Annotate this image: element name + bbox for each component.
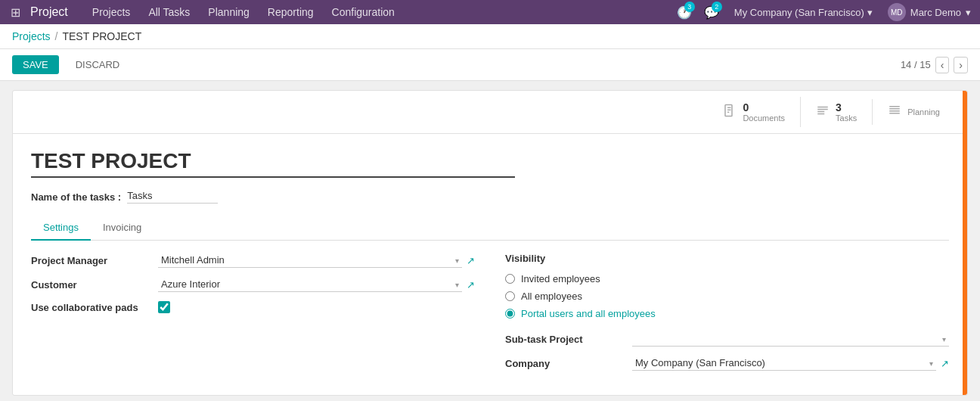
subtask-project-select[interactable]: [632, 331, 949, 347]
message-badge: 2: [712, 2, 722, 12]
subtask-project-value: ▾: [632, 331, 949, 347]
nav-all-tasks[interactable]: All Tasks: [139, 0, 199, 24]
project-card: 0 Documents 3 Tasks: [12, 90, 968, 396]
activity-badge: 3: [684, 2, 695, 12]
save-button[interactable]: SAVE: [12, 55, 59, 74]
breadcrumb-current: TEST PROJECT: [62, 30, 141, 42]
project-manager-external-link-icon[interactable]: ↗: [467, 255, 475, 266]
stat-tasks-label: Tasks: [836, 113, 857, 123]
visibility-portal[interactable]: Portal users and all employees: [505, 308, 949, 319]
subtask-project-select-wrapper: ▾: [632, 331, 949, 347]
nav-configuration[interactable]: Configuration: [323, 0, 404, 24]
visibility-invited[interactable]: Invited employees: [505, 273, 949, 284]
stat-planning[interactable]: Planning: [872, 99, 955, 125]
right-column: Visibility Invited employees All employe…: [505, 253, 949, 380]
visibility-all[interactable]: All employees: [505, 291, 949, 302]
company-value: My Company (San Francisco) ▾ ↗: [632, 356, 949, 371]
name-of-tasks-value[interactable]: Tasks: [127, 190, 218, 204]
breadcrumb-separator: /: [55, 30, 58, 42]
project-manager-select[interactable]: Mitchell Admin: [158, 253, 462, 268]
nav-reporting[interactable]: Reporting: [259, 0, 323, 24]
customer-external-link-icon[interactable]: ↗: [467, 279, 475, 291]
app-title: Project: [30, 5, 68, 19]
customer-value: Azure Interior ▾ ↗: [158, 277, 475, 292]
name-of-tasks-label: Name of the tasks :: [31, 191, 121, 203]
subtask-project-row: Sub-task Project ▾: [505, 331, 949, 347]
stat-planning-label: Planning: [907, 107, 940, 117]
visibility-invited-label: Invited employees: [521, 273, 600, 284]
grid-menu-icon[interactable]: ⊞: [6, 3, 24, 21]
visibility-all-radio[interactable]: [505, 291, 515, 301]
tab-settings[interactable]: Settings: [31, 216, 91, 241]
settings-grid: Project Manager Mitchell Admin ▾ ↗: [31, 253, 949, 380]
collab-pads-checkbox[interactable]: [158, 301, 170, 313]
visibility-radio-group: Invited employees All employees Portal u…: [505, 273, 949, 319]
tasks-icon: [816, 104, 830, 120]
topbar-left: ⊞ Project Projects All Tasks Planning Re…: [6, 0, 404, 24]
company-external-link-icon[interactable]: ↗: [941, 358, 949, 369]
activity-button[interactable]: 🕐 3: [674, 2, 695, 23]
pager-text: 14 / 15: [901, 59, 931, 70]
breadcrumb-bar: Projects / TEST PROJECT: [0, 24, 980, 49]
collab-pads-label: Use collaborative pads: [31, 302, 152, 313]
company-select-wrapper: My Company (San Francisco) ▾: [632, 356, 936, 371]
messages-button[interactable]: 💬 2: [701, 2, 722, 23]
content-area: 0 Documents 3 Tasks: [0, 81, 980, 401]
customer-label: Customer: [31, 279, 152, 291]
breadcrumb: Projects / TEST PROJECT: [12, 30, 968, 48]
project-manager-select-wrapper: Mitchell Admin ▾: [158, 253, 462, 268]
breadcrumb-parent[interactable]: Projects: [12, 30, 51, 42]
project-manager-value: Mitchell Admin ▾ ↗: [158, 253, 475, 268]
company-select[interactable]: My Company (San Francisco): [632, 356, 936, 371]
project-title[interactable]: TEST PROJECT: [31, 149, 515, 178]
visibility-portal-radio[interactable]: [505, 309, 515, 319]
topbar: ⊞ Project Projects All Tasks Planning Re…: [0, 0, 980, 24]
discard-button[interactable]: DISCARD: [65, 55, 131, 74]
company-dropdown-icon: ▾: [867, 7, 873, 18]
documents-icon: [723, 104, 737, 120]
stat-tasks-number: 3: [836, 101, 857, 113]
stat-documents-text: 0 Documents: [743, 101, 785, 123]
tab-invoicing[interactable]: Invoicing: [91, 216, 154, 241]
action-bar: SAVE DISCARD 14 / 15 ‹ ›: [0, 49, 980, 81]
user-avatar: MD: [888, 3, 906, 21]
customer-select[interactable]: Azure Interior: [158, 277, 462, 292]
stat-documents-label: Documents: [743, 113, 785, 123]
visibility-portal-label: Portal users and all employees: [521, 308, 656, 319]
form-tabs: Settings Invoicing: [31, 216, 949, 241]
customer-select-wrapper: Azure Interior ▾: [158, 277, 462, 292]
collab-pads-row: Use collaborative pads: [31, 301, 475, 313]
stat-tasks-text: 3 Tasks: [836, 101, 857, 123]
company-selector[interactable]: My Company (San Francisco) ▾: [728, 7, 879, 18]
name-of-tasks-field: Name of the tasks : Tasks: [31, 190, 949, 204]
subtask-project-label: Sub-task Project: [505, 334, 626, 345]
project-manager-row: Project Manager Mitchell Admin ▾ ↗: [31, 253, 475, 268]
status-bar: [963, 91, 967, 395]
project-manager-label: Project Manager: [31, 255, 152, 266]
nav-projects[interactable]: Projects: [83, 0, 140, 24]
planning-icon: [888, 104, 901, 120]
user-name: Marc Demo: [910, 7, 961, 18]
main-nav: Projects All Tasks Planning Reporting Co…: [83, 0, 404, 24]
user-dropdown-icon: ▾: [966, 7, 971, 18]
topbar-right: 🕐 3 💬 2 My Company (San Francisco) ▾ MD …: [674, 2, 974, 23]
left-column: Project Manager Mitchell Admin ▾ ↗: [31, 253, 475, 380]
company-label: Company: [505, 358, 626, 369]
visibility-all-label: All employees: [521, 291, 582, 302]
company-name: My Company (San Francisco): [734, 7, 864, 18]
user-menu[interactable]: MD Marc Demo ▾: [885, 3, 974, 21]
form-area: TEST PROJECT Name of the tasks : Tasks S…: [13, 134, 967, 395]
customer-row: Customer Azure Interior ▾ ↗: [31, 277, 475, 292]
pager-next[interactable]: ›: [954, 57, 968, 73]
pager-prev[interactable]: ‹: [935, 57, 950, 73]
stat-documents[interactable]: 0 Documents: [708, 97, 800, 127]
pager: 14 / 15 ‹ ›: [901, 57, 968, 73]
visibility-label: Visibility: [505, 253, 626, 264]
stat-planning-text: Planning: [907, 107, 940, 117]
stat-tasks[interactable]: 3 Tasks: [800, 97, 872, 127]
visibility-header-row: Visibility: [505, 253, 949, 264]
stat-documents-number: 0: [743, 101, 785, 113]
visibility-invited-radio[interactable]: [505, 274, 515, 284]
company-row: Company My Company (San Francisco) ▾ ↗: [505, 356, 949, 371]
nav-planning[interactable]: Planning: [199, 0, 259, 24]
